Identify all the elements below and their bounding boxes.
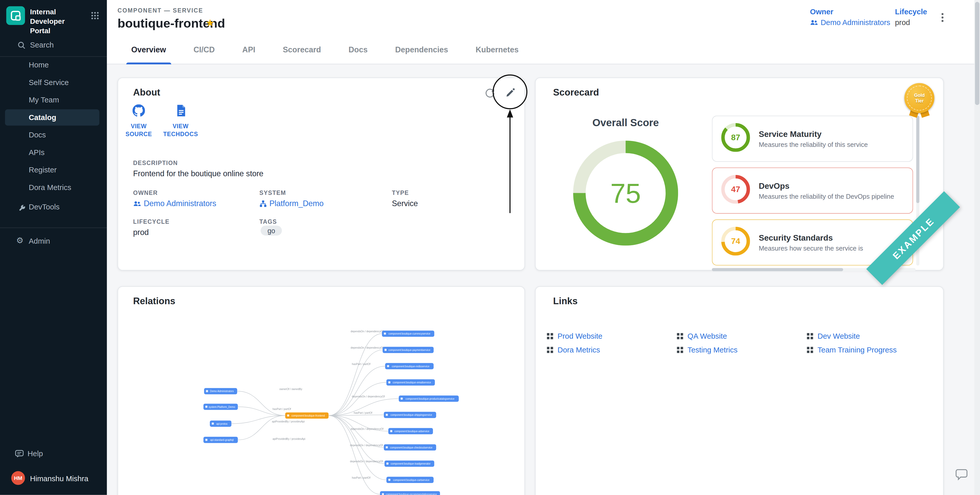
dashboard-icon [807, 333, 813, 339]
apps-grid-icon[interactable] [91, 11, 99, 22]
sidebar-item-home[interactable]: Home [5, 57, 99, 73]
type-field-label: TYPE [392, 189, 409, 196]
link-qa-website[interactable]: QA Website [677, 329, 807, 342]
link-dev-website[interactable]: Dev Website [807, 329, 935, 342]
metric-desc: Measures how secure the service is [759, 244, 863, 252]
graph-node-frontend[interactable]: component:boutique-frontend [285, 412, 329, 419]
techdocs-icon [175, 105, 186, 117]
svg-text:dependsOn / dependencyOf: dependsOn / dependencyOf [350, 330, 383, 333]
graph-node-cart[interactable]: component:boutique-cartservice [387, 477, 434, 483]
tag-chip-go[interactable]: go [261, 226, 282, 236]
tab-cicd[interactable]: CI/CD [180, 36, 229, 64]
system-field-value[interactable]: Platform_Demo [259, 199, 324, 208]
refresh-button[interactable] [481, 84, 499, 102]
svg-text:component:boutique-frontend: component:boutique-frontend [291, 414, 325, 417]
wrench-icon [18, 203, 25, 211]
sidebar-item-label: Self Service [29, 78, 69, 87]
sidebar-item-devtools[interactable]: DevTools [0, 199, 107, 214]
graph-node-checkout[interactable]: component:boutique-checkoutservice [384, 444, 436, 450]
graph-node-shipping[interactable]: component:boutique-shippingservice [384, 412, 436, 418]
graph-node-loadgen[interactable]: component:boutique-loadgenerator [385, 460, 434, 466]
relations-graph[interactable]: ownerOf / ownedByhasPart / partOfapiProv… [118, 312, 525, 495]
view-source-button[interactable]: VIEW SOURCE [119, 105, 159, 138]
sidebar-item-catalog[interactable]: Catalog [5, 109, 99, 126]
lifecycle-value: prod [895, 18, 927, 27]
svg-text:api:protos: api:protos [216, 422, 228, 425]
graph-node-redis[interactable]: component:boutique-redisservice [385, 363, 434, 369]
edit-metadata-button[interactable] [502, 84, 519, 102]
view-source-label: VIEW SOURCE [119, 122, 159, 138]
links-card: Links Prod Website QA Website Dev Websit… [535, 286, 944, 495]
scrollbar-thumb[interactable] [975, 2, 979, 105]
tab-kubernetes[interactable]: Kubernetes [462, 36, 532, 64]
metric-card-1[interactable]: 47DevOpsMeasures the reliability of the … [712, 167, 913, 214]
sidebar-item-help[interactable]: Help [0, 446, 107, 461]
view-techdocs-label: VIEW TECHDOCS [161, 122, 201, 138]
favorite-star-icon[interactable]: ★ [206, 17, 215, 29]
metric-gauge: 74 [721, 227, 750, 258]
graph-node-owner[interactable]: Demo Administrators [204, 388, 237, 394]
sidebar-divider [0, 227, 107, 228]
svg-text:component:boutique-redisservic: component:boutique-redisservice [392, 365, 430, 368]
metric-name: DevOps [759, 181, 894, 191]
link-prod-website[interactable]: Prod Website [547, 329, 677, 342]
svg-text:ownerOf / ownedBy: ownerOf / ownedBy [280, 388, 302, 390]
feedback-chat-button[interactable] [952, 465, 970, 482]
graph-node-productcatalog[interactable]: component:boutique-productcatalogservice [399, 396, 459, 402]
graph-node-recommendation[interactable]: component:boutique-recommendationservice [380, 491, 440, 495]
help-label: Help [28, 449, 43, 458]
sidebar-item-my-team[interactable]: My Team [5, 92, 99, 108]
header-lifecycle: Lifecycle prod [895, 7, 927, 27]
tab-scorecard[interactable]: Scorecard [269, 36, 335, 64]
description-value: Frontend for the boutique online store [133, 169, 263, 178]
content-area: About VIEW SOURCE [107, 64, 980, 495]
graph-node-email[interactable]: component:boutique-emailservice [386, 379, 435, 385]
more-options-button[interactable] [937, 11, 948, 24]
view-techdocs-button[interactable]: VIEW TECHDOCS [161, 105, 201, 138]
sidebar-item-register[interactable]: Register [5, 162, 99, 178]
link-testing-metrics[interactable]: Testing Metrics [677, 343, 807, 356]
graph-node-payment[interactable]: component:boutique-paymentservice [383, 347, 434, 353]
owner-field-text: Demo Administrators [144, 199, 216, 208]
about-card: About VIEW SOURCE [118, 77, 525, 271]
sidebar-item-label: Register [29, 166, 57, 174]
user-avatar[interactable]: HM [11, 471, 25, 485]
links-title: Links [553, 296, 578, 306]
sidebar-item-admin[interactable]: ⚙ Admin [0, 234, 107, 249]
sidebar-item-label: Docs [29, 131, 46, 139]
sidebar-search[interactable]: Search [0, 38, 107, 53]
tab-overview[interactable]: Overview [118, 36, 180, 64]
tab-docs[interactable]: Docs [335, 36, 381, 64]
svg-text:component:boutique-shippingser: component:boutique-shippingservice [390, 414, 432, 416]
tab-dependencies[interactable]: Dependencies [382, 36, 462, 64]
brand-logo-icon [10, 10, 22, 22]
owner-field-value[interactable]: Demo Administrators [133, 199, 216, 208]
system-icon [259, 200, 267, 207]
link-team-training-progress[interactable]: Team Training Progress [807, 343, 935, 356]
sidebar-item-apis[interactable]: APIs [5, 144, 99, 161]
dashboard-icon [677, 333, 683, 339]
graph-node-system[interactable]: system:Platform_Demo [204, 404, 238, 410]
scorecard-metric-list: 87Service MaturityMeasures the reliabili… [712, 116, 913, 266]
svg-text:75: 75 [610, 178, 641, 209]
graph-node-api2[interactable]: api:standard-graphql [204, 437, 238, 443]
about-title: About [133, 87, 160, 97]
sidebar-item-self-service[interactable]: Self Service [5, 74, 99, 91]
page-scrollbar[interactable] [974, 0, 980, 495]
type-field-value: Service [392, 199, 418, 208]
graph-node-ad[interactable]: component:boutique-adservice [388, 428, 433, 434]
owner-link[interactable]: Demo Administrators [810, 18, 890, 27]
dashboard-icon [677, 347, 683, 353]
svg-text:dependsOn / dependencyOf: dependsOn / dependencyOf [350, 460, 383, 463]
sidebar: Internal Developer Portal Search Home Se… [0, 0, 107, 495]
metric-card-0[interactable]: 87Service MaturityMeasures the reliabili… [712, 116, 913, 162]
link-dora-metrics[interactable]: Dora Metrics [547, 343, 677, 356]
tab-api[interactable]: API [228, 36, 269, 64]
graph-node-currency[interactable]: component:boutique-currencyservice [382, 331, 434, 337]
app-logo[interactable] [6, 6, 25, 25]
svg-text:hasPart / partOf: hasPart / partOf [352, 476, 371, 479]
graph-node-api1[interactable]: api:protos [210, 420, 231, 427]
sidebar-item-dora-metrics[interactable]: Dora Metrics [5, 179, 99, 196]
sidebar-item-docs[interactable]: Docs [5, 127, 99, 143]
user-name: Himanshu Mishra [30, 474, 88, 483]
